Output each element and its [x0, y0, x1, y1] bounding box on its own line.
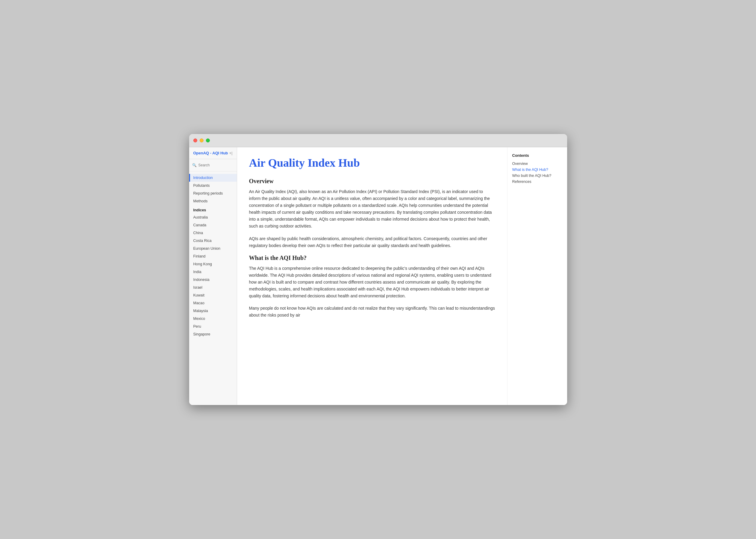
sidebar: OpenAQ - AQI Hub +| 🔍 Alt-K Introduction…	[189, 147, 237, 405]
sidebar-index-item[interactable]: Finland	[189, 253, 237, 260]
sidebar-search-bar[interactable]: 🔍 Alt-K	[189, 159, 237, 172]
sidebar-nav-item[interactable]: Reporting periods	[189, 190, 237, 197]
sidebar-nav-item[interactable]: Introduction	[189, 174, 237, 182]
sidebar-index-item[interactable]: Indonesia	[189, 276, 237, 283]
body-paragraph: AQIs are shaped by public health conside…	[249, 235, 495, 249]
section-heading: What is the AQI Hub?	[249, 255, 495, 262]
table-of-contents: Contents OverviewWhat is the AQI Hub?Who…	[507, 147, 567, 405]
main-area: Air Quality Index Hub OverviewAn Air Qua…	[237, 147, 567, 405]
sidebar-index-item[interactable]: Israel	[189, 283, 237, 291]
page-title: Air Quality Index Hub	[249, 156, 495, 169]
toc-item[interactable]: References	[512, 179, 561, 185]
sidebar-index-item[interactable]: China	[189, 229, 237, 237]
indices-section-header: Indices	[189, 205, 237, 213]
traffic-lights	[193, 138, 210, 142]
content-section: What is the AQI Hub?The AQI Hub is a com…	[249, 255, 495, 319]
sidebar-header: OpenAQ - AQI Hub +|	[189, 147, 237, 159]
sidebar-index-item[interactable]: Hong Kong	[189, 260, 237, 268]
sidebar-index-item[interactable]: Singapore	[189, 330, 237, 338]
main-content: Air Quality Index Hub OverviewAn Air Qua…	[237, 147, 507, 405]
search-input[interactable]	[198, 163, 237, 167]
section-heading: Overview	[249, 178, 495, 185]
toc-title: Contents	[512, 153, 561, 158]
sidebar-index-item[interactable]: Costa Rica	[189, 237, 237, 245]
sidebar-index-item[interactable]: Macao	[189, 299, 237, 307]
sidebar-nav: IntroductionPollutantsReporting periodsM…	[189, 172, 237, 341]
window-content: OpenAQ - AQI Hub +| 🔍 Alt-K Introduction…	[189, 147, 567, 405]
sidebar-index-item[interactable]: Kuwait	[189, 291, 237, 299]
titlebar	[189, 134, 567, 147]
maximize-button[interactable]	[206, 138, 210, 142]
sidebar-index-item[interactable]: Peru	[189, 323, 237, 330]
close-button[interactable]	[193, 138, 197, 142]
sidebar-index-item[interactable]: Mexico	[189, 315, 237, 323]
sidebar-index-item[interactable]: Canada	[189, 221, 237, 229]
content-section: OverviewAn Air Quality Index (AQI), also…	[249, 178, 495, 249]
sidebar-index-item[interactable]: India	[189, 268, 237, 276]
app-window: OpenAQ - AQI Hub +| 🔍 Alt-K Introduction…	[189, 134, 567, 405]
toc-item[interactable]: Overview	[512, 161, 561, 167]
sidebar-title: OpenAQ - AQI Hub	[193, 151, 228, 155]
body-paragraph: The AQI Hub is a comprehensive online re…	[249, 265, 495, 299]
toc-item[interactable]: Who built the AQI Hub?	[512, 173, 561, 179]
search-icon: 🔍	[192, 163, 197, 167]
sidebar-nav-item[interactable]: Methods	[189, 197, 237, 205]
body-paragraph: Many people do not know how AQIs are cal…	[249, 305, 495, 319]
sidebar-index-item[interactable]: Australia	[189, 213, 237, 221]
sidebar-index-item[interactable]: Malaysia	[189, 307, 237, 315]
sidebar-index-item[interactable]: European Union	[189, 245, 237, 253]
body-paragraph: An Air Quality Index (AQI), also known a…	[249, 188, 495, 230]
toc-item[interactable]: What is the AQI Hub?	[512, 167, 561, 173]
minimize-button[interactable]	[200, 138, 203, 142]
sidebar-nav-item[interactable]: Pollutants	[189, 182, 237, 190]
sidebar-pin-button[interactable]: +|	[229, 151, 233, 155]
